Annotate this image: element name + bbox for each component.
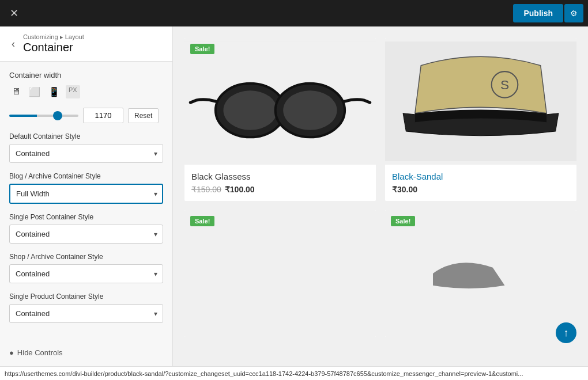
container-style-group-0: Default Container StyleContainedFull Wid…: [9, 132, 163, 163]
scroll-top-button[interactable]: ↑: [556, 322, 576, 343]
select-groups: Default Container StyleContainedFull Wid…: [9, 132, 163, 323]
gear-button[interactable]: ⚙: [564, 4, 583, 22]
close-icon: ✕: [10, 7, 18, 20]
select-2[interactable]: ContainedFull WidthBoxed: [9, 225, 163, 244]
breadcrumb-main: Customizing: [23, 33, 58, 40]
breadcrumb-arrow: ▸: [60, 33, 65, 40]
main-layout: ‹ Customizing ▸ Layout Container Contain…: [0, 26, 588, 366]
preview-area: Sale! Black Glassess₹150.00₹100.00 S Bla…: [173, 26, 588, 366]
page-title: Container: [23, 41, 84, 54]
circle-icon: ●: [9, 348, 14, 357]
product-card-2: Sale!: [184, 210, 376, 337]
container-style-group-1: Blog / Archive Container StyleContainedF…: [9, 172, 163, 204]
old-price-0: ₹150.00: [191, 185, 221, 194]
product-price-0: ₹150.00₹100.00: [191, 185, 369, 194]
product-name-1: Black-Sandal: [392, 172, 570, 181]
svg-point-2: [223, 90, 277, 130]
select-wrap-3: ContainedFull WidthBoxed▾: [9, 264, 163, 283]
sidebar-content: Container width 🖥 ⬜ 📱 PX 1170 Reset Defa…: [0, 62, 172, 341]
sale-badge: Sale!: [190, 44, 214, 54]
svg-text:S: S: [500, 77, 509, 92]
url-bar: https://userthemes.com/divi-builder/prod…: [0, 366, 588, 380]
container-style-group-4: Single Product Container StyleContainedF…: [9, 292, 163, 323]
preview-content: Sale! Black Glassess₹150.00₹100.00 S Bla…: [173, 26, 588, 348]
container-width-row: 🖥 ⬜ 📱 PX: [9, 85, 163, 98]
up-arrow-icon: ↑: [564, 327, 569, 339]
product-name-0: Black Glassess: [191, 172, 369, 181]
container-width-label: Container width: [9, 71, 163, 79]
select-wrap-2: ContainedFull WidthBoxed▾: [9, 225, 163, 244]
select-3[interactable]: ContainedFull WidthBoxed: [9, 264, 163, 283]
select-wrap-0: ContainedFull WidthBoxed▾: [9, 144, 163, 163]
back-button[interactable]: ‹: [9, 36, 17, 52]
desktop-icon[interactable]: 🖥: [9, 85, 23, 98]
select-0[interactable]: ContainedFull WidthBoxed: [9, 144, 163, 163]
new-price-1: ₹30.00: [392, 185, 417, 194]
select-4[interactable]: ContainedFull WidthBoxed: [9, 304, 163, 323]
tablet-icon[interactable]: ⬜: [27, 85, 43, 98]
select-label-4: Single Product Container Style: [9, 292, 163, 301]
sale-badge: Sale!: [391, 216, 415, 226]
product-image-3: [385, 210, 576, 337]
back-icon: ‹: [12, 38, 15, 50]
mobile-icon[interactable]: 📱: [46, 85, 62, 98]
unit-label: PX: [66, 85, 80, 98]
product-info-0: Black Glassess₹150.00₹100.00: [184, 165, 376, 201]
select-label-2: Single Post Container Style: [9, 213, 163, 221]
new-price-0: ₹100.00: [225, 185, 255, 194]
product-image-0: [184, 38, 376, 165]
hide-controls-label: Hide Controls: [17, 348, 63, 357]
product-price-1: ₹30.00: [392, 185, 570, 194]
close-button[interactable]: ✕: [5, 4, 23, 22]
product-card-1: S Black-Sandal₹30.00: [385, 38, 576, 201]
select-1[interactable]: ContainedFull WidthBoxed: [9, 184, 163, 204]
product-link-1[interactable]: Black-Sandal: [392, 172, 443, 181]
top-bar: ✕ Publish ⚙: [0, 0, 588, 26]
product-card-0: Sale! Black Glassess₹150.00₹100.00: [184, 38, 376, 201]
product-card-3: Sale!: [385, 210, 576, 337]
select-label-0: Default Container Style: [9, 132, 163, 140]
slider-container: 1170 Reset: [9, 108, 163, 123]
url-text: https://userthemes.com/divi-builder/prod…: [5, 370, 523, 377]
select-wrap-1: ContainedFull WidthBoxed▾: [9, 184, 163, 204]
select-label-1: Blog / Archive Container Style: [9, 172, 163, 180]
publish-button[interactable]: Publish: [513, 4, 563, 22]
breadcrumb: Customizing ▸ Layout: [23, 33, 84, 41]
width-input[interactable]: 1170: [83, 108, 123, 123]
device-icons: 🖥 ⬜ 📱 PX: [9, 85, 80, 98]
svg-rect-8: [184, 238, 376, 310]
container-style-group-3: Shop / Archive Container StyleContainedF…: [9, 253, 163, 283]
width-slider[interactable]: [9, 115, 78, 117]
select-label-3: Shop / Archive Container Style: [9, 253, 163, 261]
breadcrumb-sub: Layout: [65, 33, 84, 40]
sidebar-header: ‹ Customizing ▸ Layout Container: [0, 26, 172, 62]
gear-icon: ⚙: [570, 9, 578, 18]
sale-badge: Sale!: [190, 216, 214, 226]
svg-point-4: [283, 90, 337, 130]
product-image-1: S: [385, 38, 576, 165]
sidebar: ‹ Customizing ▸ Layout Container Contain…: [0, 26, 173, 366]
select-wrap-4: ContainedFull WidthBoxed▾: [9, 304, 163, 323]
reset-button[interactable]: Reset: [128, 108, 159, 123]
container-style-group-2: Single Post Container StyleContainedFull…: [9, 213, 163, 244]
product-info-1: Black-Sandal₹30.00: [385, 165, 576, 201]
product-image-2: [184, 210, 376, 337]
hide-controls[interactable]: ● Hide Controls: [0, 341, 172, 364]
breadcrumb-section: Customizing ▸ Layout Container: [23, 33, 84, 54]
